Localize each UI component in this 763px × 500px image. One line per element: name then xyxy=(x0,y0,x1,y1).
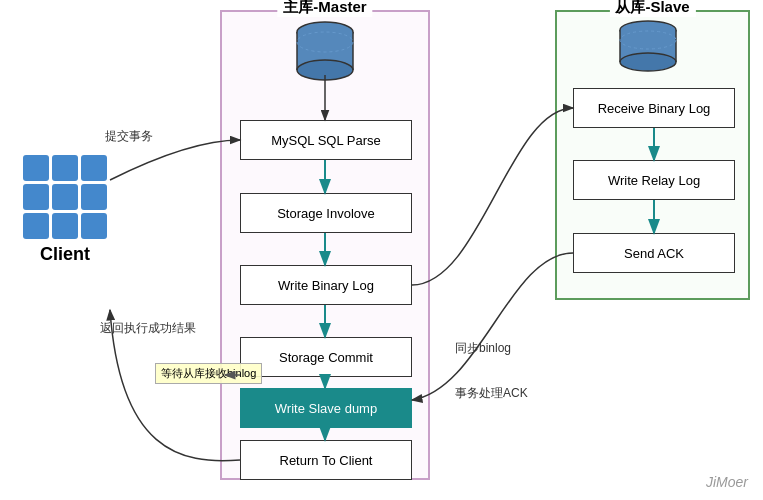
wait-binlog-label: 等待从库接收binlog xyxy=(155,363,262,384)
mysql-sql-parse-box: MySQL SQL Parse xyxy=(240,120,412,160)
client-icon: Client xyxy=(20,155,110,265)
storage-involve-box: Storage Involove xyxy=(240,193,412,233)
write-relay-log-label: Write Relay Log xyxy=(608,173,700,188)
write-relay-log-box: Write Relay Log xyxy=(573,160,735,200)
storage-commit-label: Storage Commit xyxy=(279,350,373,365)
storage-involve-label: Storage Involove xyxy=(277,206,375,221)
watermark: JiMoer xyxy=(706,474,748,490)
diagram: 主库-Master 从库-Slave Client xyxy=(0,0,763,500)
sync-binlog-label: 同步binlog xyxy=(455,340,511,357)
svg-point-8 xyxy=(620,53,676,71)
master-db-icon xyxy=(290,20,360,85)
send-ack-box: Send ACK xyxy=(573,233,735,273)
slave-db-icon xyxy=(613,20,683,75)
write-slave-dump-box: Write Slave dump xyxy=(240,388,412,428)
client-cell xyxy=(52,155,78,181)
receive-binary-log-box: Receive Binary Log xyxy=(573,88,735,128)
storage-commit-box: Storage Commit xyxy=(240,337,412,377)
svg-point-2 xyxy=(297,60,353,80)
tx-ack-label: 事务处理ACK xyxy=(455,385,528,402)
write-slave-dump-label: Write Slave dump xyxy=(275,401,377,416)
write-binary-log-label: Write Binary Log xyxy=(278,278,374,293)
slave-title: 从库-Slave xyxy=(609,0,695,17)
client-cell xyxy=(52,213,78,239)
master-title: 主库-Master xyxy=(277,0,372,17)
client-cell xyxy=(23,155,49,181)
send-ack-label: Send ACK xyxy=(624,246,684,261)
return-to-client-label: Return To Client xyxy=(280,453,373,468)
client-cell xyxy=(52,184,78,210)
client-grid xyxy=(23,155,107,239)
mysql-sql-parse-label: MySQL SQL Parse xyxy=(271,133,381,148)
client-cell xyxy=(81,184,107,210)
receive-binary-log-label: Receive Binary Log xyxy=(598,101,711,116)
client-cell xyxy=(23,213,49,239)
client-cell xyxy=(23,184,49,210)
client-cell xyxy=(81,155,107,181)
submit-tx-label: 提交事务 xyxy=(105,128,153,145)
write-binary-log-box: Write Binary Log xyxy=(240,265,412,305)
client-label: Client xyxy=(20,244,110,265)
return-to-client-box: Return To Client xyxy=(240,440,412,480)
client-cell xyxy=(81,213,107,239)
return-result-label: 返回执行成功结果 xyxy=(100,320,196,337)
